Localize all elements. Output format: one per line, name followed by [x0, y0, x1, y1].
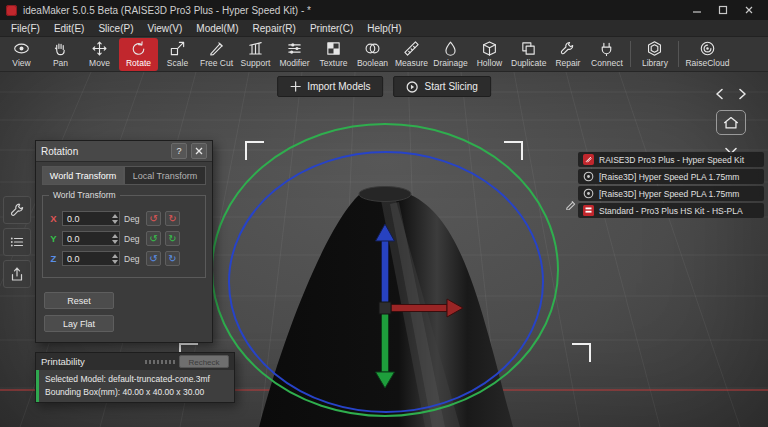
repair-icon	[559, 40, 576, 57]
toolbar-scale[interactable]: Scale	[158, 38, 197, 71]
window-title: ideaMaker 5.0.5 Beta (RAISE3D Pro3 Plus …	[23, 5, 311, 16]
toolbar-measure[interactable]: Measure	[392, 38, 431, 71]
import-models-button[interactable]: Import Models	[277, 76, 383, 97]
close-button[interactable]	[736, 0, 762, 20]
gizmo-center-knob	[379, 302, 391, 314]
menu-repair[interactable]: Repair(R)	[246, 20, 303, 37]
rotate-icon	[130, 40, 147, 57]
toolbar-drainage[interactable]: Drainage	[431, 38, 470, 71]
view-nav-cluster	[708, 86, 754, 159]
rotate-z-ccw-button[interactable]: ↺	[146, 251, 161, 266]
model-list-button[interactable]	[3, 228, 31, 256]
rotation-dialog-header[interactable]: Rotation ?	[36, 141, 212, 162]
home-view-button[interactable]	[716, 110, 746, 135]
template-row[interactable]: Standard - Pro3 Plus HS Kit - HS-PLA	[578, 203, 764, 218]
rotation-z-row: Z Deg ↺ ↻	[49, 251, 199, 266]
selected-model-text: Selected Model: default-truncated-cone.3…	[45, 373, 228, 386]
rotation-y-row: Y Deg ↺ ↻	[49, 231, 199, 246]
pan-icon	[52, 40, 69, 57]
axis-x-label: X	[49, 213, 58, 224]
right-filament-row[interactable]: [Raise3D] Hyper Speed PLA 1.75mm	[578, 186, 764, 201]
group-label: World Transform	[49, 190, 120, 200]
toolbar-texture[interactable]: Texture	[314, 38, 353, 71]
rotation-z-input-wrap	[62, 251, 120, 266]
rotate-z-cw-button[interactable]: ↻	[165, 251, 180, 266]
toolbar-modifier[interactable]: Modifier	[275, 38, 314, 71]
minimize-button[interactable]	[684, 0, 710, 20]
app-logo-icon	[6, 5, 17, 16]
printability-header[interactable]: Printability Recheck	[36, 353, 234, 370]
tab-world-transform[interactable]: World Transform	[42, 166, 124, 185]
printer-row[interactable]: RAISE3D Pro3 Plus - Hyper Speed Kit	[578, 152, 764, 167]
x-axis-arrow	[391, 305, 447, 312]
z-spinner[interactable]	[112, 254, 118, 264]
menu-printer[interactable]: Printer(C)	[303, 20, 360, 37]
menu-file[interactable]: File(F)	[4, 20, 47, 37]
drainage-icon	[442, 40, 459, 57]
toolbar-view[interactable]: View	[2, 38, 41, 71]
toolbar-raisecloud[interactable]: RaiseCloud	[683, 38, 731, 71]
toolbar-free-cut[interactable]: Free Cut	[197, 38, 236, 71]
reset-button[interactable]: Reset	[44, 292, 114, 309]
rotation-dialog-title: Rotation	[41, 146, 167, 157]
toolbar-support[interactable]: Support	[236, 38, 275, 71]
left-extruder-icon	[583, 171, 594, 182]
drag-grip-icon[interactable]	[145, 360, 175, 364]
printability-title: Printability	[41, 356, 141, 367]
menu-view[interactable]: View(V)	[140, 20, 189, 37]
wrench-icon	[9, 202, 25, 218]
printability-panel: Printability Recheck Selected Model: def…	[35, 352, 235, 403]
rotate-y-cw-button[interactable]: ↻	[165, 231, 180, 246]
dialog-close-button[interactable]	[191, 143, 207, 159]
rotation-y-input-wrap	[62, 231, 120, 246]
axis-z-label: Z	[49, 253, 58, 264]
start-slicing-button[interactable]: Start Slicing	[394, 76, 491, 97]
toolbar-rotate[interactable]: Rotate	[119, 38, 158, 71]
lay-flat-button[interactable]: Lay Flat	[44, 315, 114, 332]
adjust-tools-button[interactable]	[3, 196, 31, 224]
axis-y-label: Y	[49, 233, 58, 244]
edit-profile-icon[interactable]	[565, 196, 576, 214]
menu-model[interactable]: Model(M)	[189, 20, 245, 37]
rotation-dialog: Rotation ? World Transform Local Transfo…	[35, 140, 213, 343]
raisecloud-icon	[699, 40, 716, 57]
orbit-right-icon[interactable]	[738, 86, 747, 104]
toolbar-library[interactable]: Library	[635, 38, 674, 71]
dialog-help-button[interactable]: ?	[171, 143, 187, 159]
left-filament-row[interactable]: [Raise3D] Hyper Speed PLA 1.75mm	[578, 169, 764, 184]
rotation-x-row: X Deg ↺ ↻	[49, 211, 199, 226]
printer-icon	[583, 154, 594, 165]
title-bar: ideaMaker 5.0.5 Beta (RAISE3D Pro3 Plus …	[0, 0, 768, 20]
toolbar-move[interactable]: Move	[80, 38, 119, 71]
tab-local-transform[interactable]: Local Transform	[124, 166, 206, 185]
duplicate-icon	[520, 40, 537, 57]
menu-edit[interactable]: Edit(E)	[47, 20, 92, 37]
toolbar-duplicate[interactable]: Duplicate	[509, 38, 548, 71]
import-plus-icon	[290, 81, 301, 92]
viewport-3d[interactable]: Import Models Start Slicing	[0, 72, 768, 427]
orbit-left-icon[interactable]	[715, 86, 724, 104]
rotate-y-ccw-button[interactable]: ↺	[146, 231, 161, 246]
rotate-x-cw-button[interactable]: ↻	[165, 211, 180, 226]
recheck-button[interactable]: Recheck	[179, 355, 229, 368]
printability-body: Selected Model: default-truncated-cone.3…	[36, 370, 234, 402]
toolbar-boolean[interactable]: Boolean	[353, 38, 392, 71]
maximize-button[interactable]	[710, 0, 736, 20]
menu-help[interactable]: Help(H)	[360, 20, 408, 37]
x-spinner[interactable]	[112, 214, 118, 224]
menu-slice[interactable]: Slice(P)	[91, 20, 140, 37]
toolbar-repair[interactable]: Repair	[548, 38, 587, 71]
export-model-button[interactable]	[3, 260, 31, 288]
y-spinner[interactable]	[112, 234, 118, 244]
toolbar-hollow[interactable]: Hollow	[470, 38, 509, 71]
main-toolbar: View Pan Move Rotate Scale Free Cut Supp…	[0, 37, 768, 72]
menu-bar: File(F) Edit(E) Slice(P) View(V) Model(M…	[0, 20, 768, 37]
right-filament-name: [Raise3D] Hyper Speed PLA 1.75mm	[599, 189, 739, 199]
printer-name: RAISE3D Pro3 Plus - Hyper Speed Kit	[599, 155, 744, 165]
toolbar-pan[interactable]: Pan	[41, 38, 80, 71]
right-extruder-icon	[583, 188, 594, 199]
z-unit-label: Deg	[124, 254, 142, 264]
transform-tabs: World Transform Local Transform	[42, 166, 206, 185]
toolbar-connect[interactable]: Connect	[587, 38, 626, 71]
rotate-x-ccw-button[interactable]: ↺	[146, 211, 161, 226]
